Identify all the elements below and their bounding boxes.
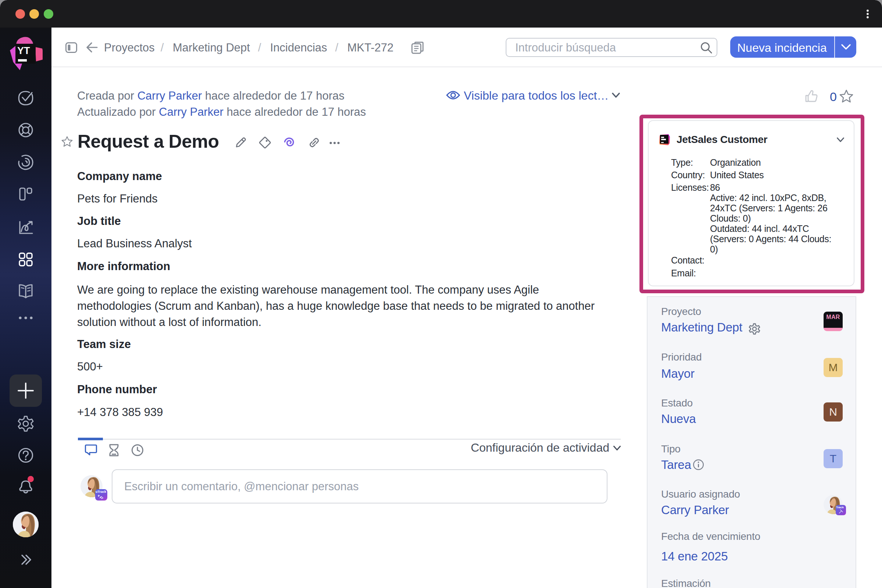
- svg-text:YT: YT: [17, 45, 30, 56]
